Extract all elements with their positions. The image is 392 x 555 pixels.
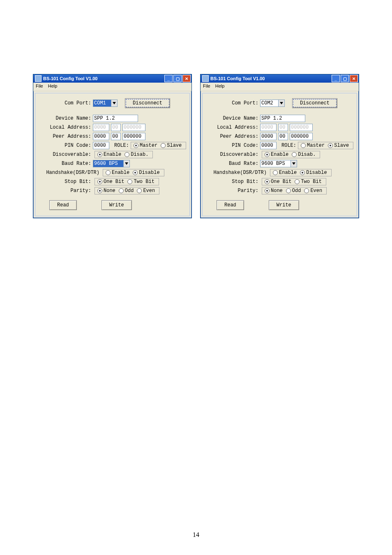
par-even-label: Even — [310, 188, 322, 194]
par-none-radio[interactable]: None — [97, 188, 115, 194]
disc-disable-label: Disab. — [131, 152, 148, 157]
hs-enable-radio[interactable]: Enable — [106, 170, 129, 176]
sb-two-label: Two Bit — [134, 179, 154, 185]
maximize-icon[interactable]: ▢ — [173, 75, 182, 82]
label-stop-bit: Stop Bit: — [205, 179, 260, 185]
read-button[interactable]: Read — [49, 200, 77, 210]
menu-help[interactable]: Help — [215, 83, 225, 91]
hs-disable-radio[interactable]: Disable — [133, 170, 159, 176]
menu-file[interactable]: File — [36, 83, 43, 91]
chevron-down-icon[interactable] — [291, 160, 297, 167]
titlebar[interactable]: BS-101 Config Tool V1.00 _ ▢ ✕ — [33, 74, 191, 83]
peer-addr-2[interactable]: 00 — [278, 133, 288, 140]
sb-two-radio[interactable]: Two Bit — [127, 179, 154, 185]
device-name-field[interactable]: SPP 1.2 — [93, 115, 138, 122]
window-title: BS-101 Config Tool V1.00 — [210, 76, 265, 81]
com-port-value[interactable]: COM2 — [260, 99, 278, 107]
write-button[interactable]: Write — [101, 200, 132, 210]
label-baud-rate: Baud Rate: — [205, 161, 260, 166]
par-none-radio[interactable]: None — [265, 188, 283, 194]
stopbit-group: One Bit Two Bit — [95, 178, 159, 185]
disc-disable-radio[interactable]: Disab. — [292, 152, 316, 157]
role-master-label: Master — [307, 143, 325, 148]
label-local-address: Local Address: — [205, 125, 260, 130]
peer-addr-1[interactable]: 0000 — [93, 133, 109, 140]
disc-disable-radio[interactable]: Disab. — [125, 152, 148, 157]
baud-rate-value[interactable]: 9600 BPS — [93, 160, 123, 167]
label-discoverable: Discoverable: — [205, 152, 260, 157]
device-name-field[interactable]: SPP 1.2 — [260, 115, 305, 122]
sb-one-label: One Bit — [104, 179, 124, 185]
client-area: Com Port: COM2 Disconnect Device Name: S… — [202, 93, 357, 216]
par-none-label: None — [271, 188, 283, 194]
sb-one-radio[interactable]: One Bit — [97, 179, 124, 185]
chevron-down-icon[interactable] — [123, 160, 130, 167]
role-master-radio[interactable]: Master — [134, 143, 157, 148]
par-even-radio[interactable]: Even — [304, 188, 322, 194]
chevron-down-icon[interactable] — [278, 99, 285, 107]
label-peer-address: Peer Address: — [38, 134, 93, 139]
local-addr-2[interactable]: 00 — [111, 124, 121, 131]
menubar: File Help — [33, 83, 191, 91]
sb-two-label: Two Bit — [301, 179, 321, 185]
peer-addr-3[interactable]: 000000 — [290, 133, 313, 140]
role-master-radio[interactable]: Master — [301, 143, 325, 148]
window-title: BS-101 Config Tool V1.00 — [43, 76, 97, 81]
peer-addr-3[interactable]: 000000 — [122, 133, 145, 140]
disc-enable-radio[interactable]: Enable — [97, 152, 121, 157]
sb-one-radio[interactable]: One Bit — [265, 179, 291, 185]
disconnect-button[interactable]: Disconnect — [292, 98, 337, 108]
label-pin-code: PIN Code: — [205, 143, 260, 148]
disc-enable-radio[interactable]: Enable — [265, 152, 288, 157]
maximize-icon[interactable]: ▢ — [341, 75, 349, 82]
local-addr-2[interactable]: 00 — [278, 124, 288, 131]
chevron-down-icon[interactable] — [111, 99, 118, 107]
minimize-icon[interactable]: _ — [332, 75, 340, 82]
local-addr-1[interactable]: 0000 — [260, 124, 277, 131]
par-odd-radio[interactable]: Odd — [286, 188, 301, 194]
baud-rate-value[interactable]: 9600 BPS — [260, 160, 291, 167]
par-even-radio[interactable]: Even — [137, 188, 155, 194]
par-none-label: None — [104, 188, 115, 194]
hs-disable-radio[interactable]: Disable — [300, 170, 327, 176]
role-slave-radio[interactable]: Slave — [328, 143, 349, 148]
baud-rate-combo[interactable]: 9600 BPS — [260, 160, 297, 167]
hs-enable-label: Enable — [279, 170, 297, 176]
local-addr-1[interactable]: 0000 — [93, 124, 109, 131]
peer-addr-2[interactable]: 00 — [111, 133, 121, 140]
baud-rate-combo[interactable]: 9600 BPS — [93, 160, 130, 167]
handshake-group: Enable Disable — [103, 169, 164, 176]
label-stop-bit: Stop Bit: — [38, 179, 93, 185]
pin-field[interactable]: 0000 — [260, 142, 277, 149]
app-icon — [202, 75, 209, 82]
disc-enable-label: Enable — [271, 152, 288, 157]
par-odd-radio[interactable]: Odd — [119, 188, 134, 194]
read-button[interactable]: Read — [217, 200, 244, 210]
sb-two-radio[interactable]: Two Bit — [295, 179, 321, 185]
discoverable-group: Enable Disab. — [262, 151, 320, 158]
local-addr-3[interactable]: 000000 — [122, 124, 145, 131]
titlebar[interactable]: BS-101 Config Tool V1.00 _ ▢ ✕ — [201, 74, 359, 83]
minimize-icon[interactable]: _ — [164, 75, 173, 82]
page: BS-101 Config Tool V1.00 _ ▢ ✕ File Help… — [0, 0, 392, 555]
disconnect-button[interactable]: Disconnect — [125, 98, 170, 108]
pin-field[interactable]: 0000 — [93, 142, 109, 149]
com-port-combo[interactable]: COM2 — [260, 99, 285, 107]
local-addr-3[interactable]: 000000 — [290, 124, 313, 131]
com-port-value[interactable]: COM1 — [93, 99, 111, 107]
write-button[interactable]: Write — [269, 200, 299, 210]
close-icon[interactable]: ✕ — [350, 75, 358, 82]
label-com-port: Com Port: — [205, 100, 260, 106]
close-icon[interactable]: ✕ — [182, 75, 191, 82]
par-even-label: Even — [143, 188, 155, 194]
peer-addr-1[interactable]: 0000 — [260, 133, 277, 140]
hs-enable-radio[interactable]: Enable — [273, 170, 297, 176]
label-parity: Parity: — [205, 188, 260, 194]
parity-group: None Odd Even — [95, 187, 159, 194]
role-slave-radio[interactable]: Slave — [161, 143, 182, 148]
menu-help[interactable]: Help — [48, 83, 58, 91]
label-baud-rate: Baud Rate: — [38, 161, 93, 166]
label-discoverable: Discoverable: — [38, 152, 93, 157]
com-port-combo[interactable]: COM1 — [93, 99, 118, 107]
menu-file[interactable]: File — [203, 83, 210, 91]
